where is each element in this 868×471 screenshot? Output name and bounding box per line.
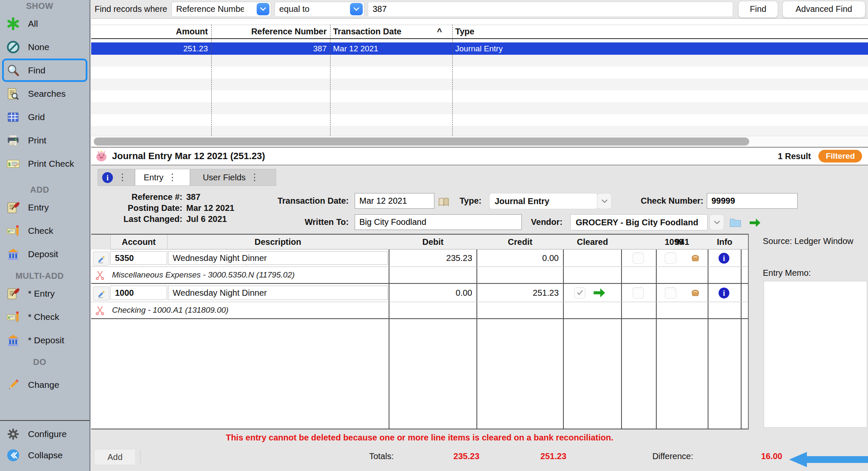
sidebar-item-searches[interactable]: Searches: [0, 82, 90, 105]
credit-cell[interactable]: 0.00: [477, 250, 559, 266]
field-select[interactable]: Reference Number: [171, 2, 271, 17]
sidebar-section-show: SHOW: [0, 0, 90, 12]
annotation-arrow-icon: [788, 451, 868, 468]
sidebar-item-print-check[interactable]: $ Print Check: [0, 152, 90, 175]
type-select[interactable]: Journal Entry: [489, 193, 598, 209]
transaction-date-input[interactable]: [355, 193, 434, 209]
tab-entry[interactable]: Entry ⋮: [135, 169, 190, 186]
debit-cell[interactable]: 0.00: [389, 284, 472, 302]
none-icon: [6, 40, 20, 54]
account-cell[interactable]: 1000: [110, 286, 167, 300]
operator-select[interactable]: equal to: [274, 2, 364, 17]
column-header-type[interactable]: Type: [455, 25, 540, 38]
check-number-label: Check Number:: [630, 196, 703, 206]
cleared-arrow-icon[interactable]: [592, 284, 609, 302]
search-input[interactable]: [368, 2, 733, 17]
type-label: Type:: [443, 196, 482, 206]
column-header-transaction-date[interactable]: Transaction Date: [333, 25, 435, 38]
sidebar-item-multi-entry[interactable]: * Entry: [0, 282, 90, 305]
svg-text:i: i: [723, 289, 725, 297]
sidebar-item-none[interactable]: None: [0, 35, 90, 59]
grid-header-credit: Credit: [477, 235, 563, 250]
add-button[interactable]: Add: [94, 449, 136, 465]
checkbox-941[interactable]: [665, 284, 677, 302]
bank-icon: [6, 247, 20, 261]
cleared-checkbox[interactable]: [574, 284, 586, 302]
filtered-badge: Filtered: [818, 150, 862, 163]
column-divider: [452, 25, 453, 136]
goto-vendor-arrow-icon[interactable]: [748, 216, 762, 230]
type-select-chevron[interactable]: [597, 193, 612, 209]
column-header-reference-number[interactable]: Reference Number: [211, 25, 327, 38]
tab-separator-dots: ⋮: [246, 173, 263, 182]
checkbox-941[interactable]: [665, 250, 677, 266]
advanced-find-button[interactable]: Advanced Find: [782, 1, 865, 18]
entry-memo-textarea[interactable]: [764, 281, 867, 428]
sidebar-item-all[interactable]: All: [0, 12, 90, 35]
footer-divider: [140, 450, 140, 464]
selected-result-row[interactable]: 251.23 387 Mar 12 2021 Journal Entry: [91, 42, 868, 55]
checkbox-1099[interactable]: [633, 250, 644, 266]
svg-text:i: i: [723, 254, 725, 263]
print-check-icon: $: [6, 157, 20, 171]
sidebar-item-check[interactable]: $ Check: [0, 219, 90, 242]
tab-user-fields[interactable]: User Fields ⋮: [190, 169, 276, 186]
check-number-input[interactable]: [707, 193, 798, 209]
sidebar-item-label: Change: [28, 380, 59, 390]
grid-row-1[interactable]: 5350 Wednesday Night Dinner 235.23 0.00 …: [91, 250, 748, 267]
transaction-date-label: Transaction Date:: [261, 196, 349, 206]
debit-cell[interactable]: 235.23: [389, 250, 472, 266]
checkbox-1099[interactable]: [633, 284, 644, 302]
bank-icon: [6, 333, 20, 348]
grid-row-2[interactable]: 1000 Wednesday Night Dinner 0.00 251.23 …: [91, 284, 748, 302]
operator-select-value: equal to: [279, 4, 309, 14]
entry-form: i ⋮ Entry ⋮ User Fields ⋮ Reference #: 3…: [91, 165, 868, 471]
asterisk-icon: [6, 17, 20, 31]
vendor-select[interactable]: GROCERY - Big City Foodland: [570, 214, 708, 230]
vendor-select-chevron[interactable]: [709, 214, 724, 230]
grid-subrow-2: Checking - 1000.A1 (131809.00): [91, 302, 748, 319]
sidebar-item-collapse[interactable]: Collapse: [0, 445, 90, 466]
account-cell[interactable]: 5350: [110, 251, 167, 265]
sidebar-item-deposit[interactable]: Deposit: [0, 242, 90, 266]
scrollbar-thumb[interactable]: [94, 137, 749, 146]
sidebar-item-label: None: [28, 42, 49, 52]
edit-line-icon[interactable]: [93, 286, 109, 300]
find-button[interactable]: Find: [738, 1, 778, 18]
grid-header-info: Info: [708, 235, 741, 250]
sidebar-item-configure[interactable]: Configure: [0, 423, 90, 445]
sidebar-item-multi-deposit[interactable]: * Deposit: [0, 328, 90, 352]
info-icon: i: [101, 171, 114, 184]
folder-icon[interactable]: [729, 216, 742, 229]
line-info-icon[interactable]: i: [718, 250, 731, 266]
sidebar-item-multi-check[interactable]: $ * Check: [0, 305, 90, 328]
gear-icon: [6, 427, 20, 441]
credit-cell[interactable]: 251.23: [477, 284, 559, 302]
sidebar-item-entry[interactable]: Entry: [0, 196, 90, 219]
sidebar-item-change[interactable]: Change: [0, 373, 90, 396]
info-tab-button[interactable]: i ⋮: [98, 169, 135, 186]
grid-subrow-1: Miscellaneous Expenses - 3000.5350.N (11…: [91, 267, 748, 284]
vendor-label: Vendor:: [524, 217, 563, 227]
find-bar-label: Find records where: [95, 4, 167, 14]
check-pen-icon: $: [6, 310, 20, 324]
description-cell[interactable]: Wednesday Night Dinner: [168, 286, 388, 300]
line-info-icon[interactable]: i: [718, 284, 731, 302]
sidebar-item-label: Searches: [28, 89, 66, 99]
scissors-icon: [95, 305, 105, 316]
results-table-header: Amount Reference Number Transaction Date…: [91, 25, 868, 39]
sidebar-item-grid[interactable]: Grid: [0, 105, 90, 129]
svg-text:i: i: [106, 174, 108, 182]
sidebar-item-label: Configure: [28, 429, 67, 439]
edit-line-icon[interactable]: [93, 252, 109, 266]
sidebar-item-print[interactable]: Print: [0, 129, 90, 152]
line-item-grid: Account Description Debit Credit Cleared…: [91, 234, 749, 429]
svg-text:$: $: [8, 230, 10, 233]
column-header-amount[interactable]: Amount: [91, 25, 208, 38]
written-to-input[interactable]: [355, 214, 522, 230]
sidebar-item-find[interactable]: Find: [2, 59, 87, 82]
description-cell[interactable]: Wednesday Night Dinner: [168, 251, 388, 265]
sort-indicator: ^: [437, 25, 450, 38]
difference-value: 16.00: [719, 451, 782, 461]
sidebar-item-label: Entry: [28, 202, 49, 213]
